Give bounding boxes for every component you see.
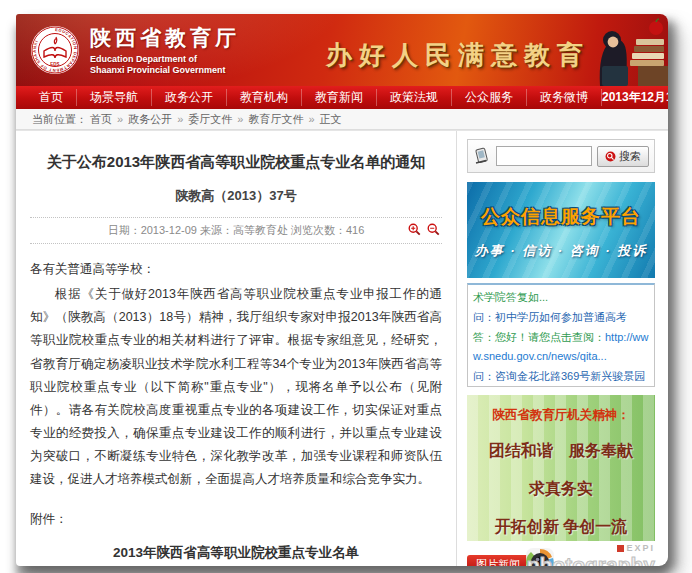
qa-marquee-panel: 术学院答复如... 问：初中学历如何参加普通高考 答：您好！请您点击查阅：htt… (467, 283, 655, 387)
qa-item[interactable]: 术学院答复如... (473, 288, 649, 308)
svg-text:EDS: EDS (50, 62, 59, 67)
photographer-watermark: EXPI photography (527, 538, 655, 566)
breadcrumb-edu-documents[interactable]: 教育厅文件 (248, 113, 303, 125)
student-with-books-image (572, 14, 668, 86)
qa-item[interactable]: 答：您好！请您点击查阅：http://www.snedu.gov.cn/news… (473, 328, 649, 368)
spirit-line: 求真务实 (467, 479, 655, 500)
article-title: 关于公布2013年陕西省高等职业院校重点专业名单的通知 (30, 153, 442, 172)
sidebar: 搜索 公众信息服务平台 办事 · 信访 · 咨询 · 投诉 术学院答复如... … (456, 131, 668, 566)
breadcrumb-gov-affairs[interactable]: 政务公开 (128, 113, 172, 125)
photo-news-tab[interactable]: 图片新闻 (467, 555, 529, 566)
attachment-label: 附件： (30, 511, 442, 528)
search-button-label: 搜索 (619, 149, 641, 164)
service-banner-title: 公众信息服务平台 (467, 204, 655, 230)
nav-item-policies[interactable]: 政策法规 (377, 89, 452, 106)
breadcrumb-label: 当前位置： (32, 113, 87, 125)
nav-item-edu-news[interactable]: 教育新闻 (302, 89, 377, 106)
search-input[interactable] (496, 146, 592, 166)
site-name-en: Education Department of Shaanxi Provinci… (90, 54, 240, 77)
nav-item-home[interactable]: 首页 (26, 89, 77, 106)
spirit-heading: 陕西省教育厅机关精神： (467, 407, 655, 424)
header-banner: EDUCATION DEPARTMENT OF SHAANXI EDS 陕西省教… (16, 14, 668, 86)
nav-item-scene-guide[interactable]: 场景导航 (77, 89, 152, 106)
nav-item-gov-affairs[interactable]: 政务公开 (152, 89, 227, 106)
main-nav: 首页 场景导航 政务公开 教育机构 教育新闻 政策法规 公众服务 政务微博 20… (16, 86, 668, 109)
nav-date: 2013年12月10日 星期二 (602, 89, 668, 106)
nav-item-weibo[interactable]: 政务微博 (527, 89, 602, 106)
breadcrumb-home[interactable]: 首页 (90, 113, 112, 125)
breadcrumb-dept-documents[interactable]: 委厅文件 (188, 113, 232, 125)
public-info-service-banner[interactable]: 公众信息服务平台 办事 · 信访 · 咨询 · 投诉 (467, 182, 655, 278)
table-title: 2013年陕西省高等职业院校重点专业名单 (30, 544, 442, 562)
education-department-emblem-icon: EDUCATION DEPARTMENT OF SHAANXI EDS (30, 25, 80, 75)
spirit-line: 开拓创新 争创一流 (467, 517, 655, 538)
nav-item-public-service[interactable]: 公众服务 (452, 89, 527, 106)
stylus-pad-icon (473, 146, 491, 166)
search-button[interactable]: 搜索 (597, 146, 649, 167)
site-logo[interactable]: EDUCATION DEPARTMENT OF SHAANXI EDS 陕西省教… (30, 24, 240, 77)
department-spirit-banner: 陕西省教育厅机关精神： 团结和谐 服务奉献 求真务实 开拓创新 争创一流 (467, 395, 655, 541)
article-meta-text: 日期：2013-12-09 来源：高等教育处 浏览次数：416 (108, 224, 365, 236)
photo-news-bar: 图片新闻 EXPI photography (467, 551, 655, 566)
banner-slogan: 办好人民满意教育 (326, 38, 590, 73)
qa-item[interactable]: 问：咨询金花北路369号新兴骏景园归哪学区的问题 (473, 367, 649, 387)
search-icon (605, 151, 616, 162)
font-zoom-in-icon[interactable] (408, 223, 421, 236)
nav-item-edu-institutions[interactable]: 教育机构 (227, 89, 302, 106)
content-area: 关于公布2013年陕西省高等职业院校重点专业名单的通知 陕教高（2013）37号… (16, 130, 668, 566)
breadcrumb: 当前位置：首页»政务公开»委厅文件»教育厅文件»正文 (16, 109, 668, 130)
article-salutation: 各有关普通高等学校： (30, 258, 442, 281)
service-banner-subtitle: 办事 · 信访 · 咨询 · 投诉 (467, 242, 655, 260)
article-paragraph: 根据《关于做好2013年陕西省高等职业院校重点专业申报工作的通知》（陕教高（20… (30, 283, 442, 491)
breadcrumb-current[interactable]: 正文 (320, 113, 342, 125)
article-column: 关于公布2013年陕西省高等职业院校重点专业名单的通知 陕教高（2013）37号… (16, 131, 456, 566)
search-panel: 搜索 (467, 139, 655, 173)
document-number: 陕教高（2013）37号 (30, 187, 442, 205)
font-zoom-out-icon[interactable] (427, 223, 440, 236)
spirit-line: 团结和谐 服务奉献 (467, 441, 655, 462)
site-name: 陕西省教育厅 (90, 24, 240, 52)
qa-item[interactable]: 问：初中学历如何参加普通高考 (473, 308, 649, 328)
article-meta: 日期：2013-12-09 来源：高等教育处 浏览次数：416 (30, 217, 442, 244)
browser-page: EDUCATION DEPARTMENT OF SHAANXI EDS 陕西省教… (16, 14, 668, 566)
